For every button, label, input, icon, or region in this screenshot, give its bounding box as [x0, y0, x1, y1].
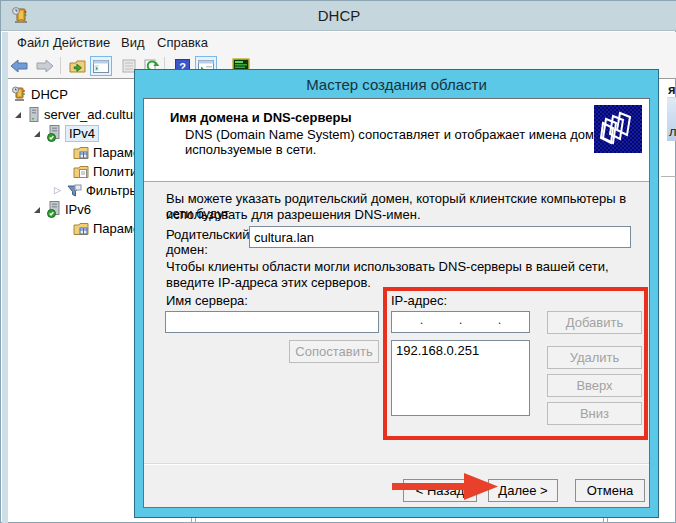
dns-instruction-text: введите IP-адреса этих серверов. [166, 275, 371, 290]
ipv6-server-icon [47, 201, 61, 218]
tree-item-label: IPv6 [65, 202, 91, 217]
forward-button[interactable] [34, 56, 56, 76]
tree-item-label: Политики [93, 164, 137, 179]
parent-domain-label: Родительский [166, 227, 250, 242]
menu-file[interactable]: Файл [14, 35, 52, 52]
pane-splitter[interactable] [607, 518, 608, 523]
expand-open-icon[interactable] [15, 112, 21, 118]
back-button[interactable] [8, 56, 30, 76]
actions-pane-divider [661, 176, 676, 177]
menu-view[interactable]: Вид [118, 35, 148, 52]
expand-open-icon[interactable] [34, 131, 40, 137]
server-icon [28, 107, 40, 123]
pane-splitter[interactable] [603, 518, 604, 523]
server-name-input[interactable] [165, 311, 379, 333]
dns-instruction-text: Чтобы клиенты области могли использовать… [166, 259, 609, 274]
tree-item-label: DHCP [31, 87, 68, 102]
menu-bar: Файл Действие Вид Справка [2, 32, 676, 54]
toolbar-separator [60, 57, 61, 74]
ipv4-server-icon [47, 125, 61, 142]
tree-item-server[interactable]: server_ad.cultura [15, 105, 137, 124]
dhcp-root-icon [11, 86, 27, 103]
wizard-page-description: используемые в сети. [185, 142, 316, 157]
export-list-icon [69, 59, 86, 74]
filters-icon [66, 184, 82, 198]
expand-open-icon[interactable] [34, 207, 40, 213]
folders-stack-icon [594, 105, 642, 153]
tree-item-label: server_ad.cultura [44, 107, 137, 122]
tree-item-label: IPv4 [65, 125, 99, 142]
tree-item-label: Фильтры [86, 183, 137, 198]
menu-help[interactable]: Справка [154, 35, 211, 52]
server-name-label: Имя сервера: [166, 293, 248, 308]
wizard-header: Имя домена и DNS-серверы DNS (Domain Nam… [144, 99, 649, 182]
options-folder-icon [73, 222, 89, 236]
parent-domain-label: домен: [166, 242, 208, 257]
title-bar: DHCP [1, 1, 676, 31]
annotation-highlight-rectangle [383, 287, 648, 440]
options-folder-icon [73, 146, 89, 160]
back-icon [10, 59, 28, 73]
tree-item-dhcp-root[interactable]: DHCP [11, 85, 68, 104]
cancel-button[interactable]: Отмена [575, 479, 645, 502]
pane-splitter[interactable] [191, 518, 192, 523]
tree-item-ipv4-policies[interactable]: Политики [73, 162, 137, 181]
tree-item-ipv4[interactable]: IPv4 [34, 124, 99, 143]
tree-item-ipv4-filters[interactable]: ▷ Фильтры [54, 181, 137, 200]
wizard-title: Мастер создания области [135, 76, 658, 93]
pane-splitter[interactable] [195, 518, 196, 523]
window-title: DHCP [1, 7, 676, 24]
wizard-page-title: Имя домена и DNS-серверы [170, 110, 352, 125]
tree-item-label: Параметры [93, 221, 137, 236]
expand-closed-icon[interactable]: ▷ [54, 186, 61, 195]
wizard-page-description: DNS (Domain Name System) сопоставляет и … [185, 127, 626, 142]
tree-item-ipv4-options[interactable]: Параметры [73, 143, 137, 162]
tree-item-label: Параметры [93, 145, 137, 160]
intro-text: использовать для разрешения DNS-имен. [166, 207, 421, 222]
actions-pane-header-fragment: я [668, 82, 676, 97]
footer-separator [144, 463, 649, 465]
tree-item-ipv6-options[interactable]: Параметры [73, 219, 137, 238]
annotation-arrow [392, 471, 502, 501]
actions-pane-item-fragment: л [669, 124, 676, 139]
menu-action[interactable]: Действие [50, 35, 113, 52]
parent-domain-input[interactable] [249, 226, 631, 248]
tree-item-ipv6[interactable]: IPv6 [34, 200, 91, 219]
policies-folder-icon [73, 165, 89, 179]
console-tree-toggle[interactable] [90, 56, 112, 76]
console-tree-pane: DHCP server_ad.cultura IPv4 [8, 80, 137, 518]
forward-icon [36, 59, 54, 73]
resolve-button[interactable]: Сопоставить [289, 340, 379, 363]
export-list-button[interactable] [66, 56, 88, 76]
console-tree-icon [93, 60, 109, 73]
